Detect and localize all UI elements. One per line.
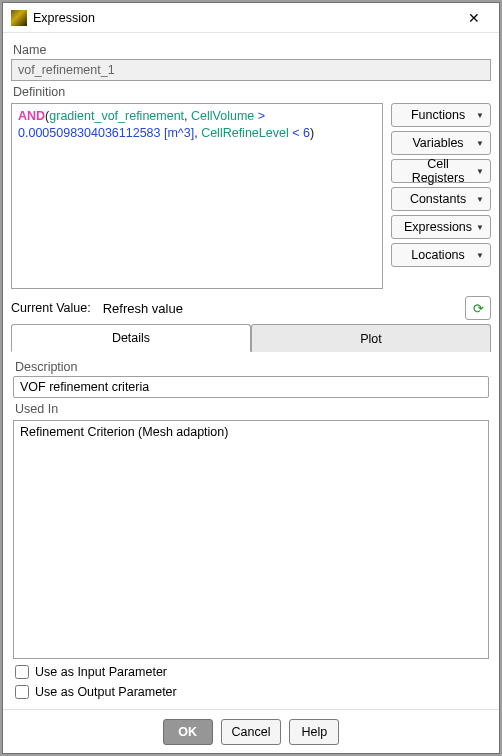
description-label: Description [15, 360, 489, 374]
tab-details-label: Details [112, 331, 150, 345]
expression-dialog: Expression ✕ Name Definition AND(gradien… [2, 2, 500, 754]
token-ident: gradient_vof_refinement [49, 109, 184, 123]
token-op: < [289, 126, 303, 140]
cell-registers-label: Cell Registers [400, 157, 476, 185]
window-title: Expression [33, 11, 457, 25]
used-in-label: Used In [15, 402, 489, 416]
token-op: > [254, 109, 265, 123]
expressions-dropdown[interactable]: Expressions ▼ [391, 215, 491, 239]
cancel-button[interactable]: Cancel [221, 719, 282, 745]
help-label: Help [302, 725, 328, 739]
constants-dropdown[interactable]: Constants ▼ [391, 187, 491, 211]
use-as-output-checkbox[interactable] [15, 685, 29, 699]
token-keyword: AND [18, 109, 45, 123]
dialog-footer: OK Cancel Help [3, 709, 499, 753]
locations-label: Locations [400, 248, 476, 262]
token-comma: , [184, 109, 191, 123]
description-field[interactable] [13, 376, 489, 398]
chevron-down-icon: ▼ [476, 251, 484, 260]
refresh-icon: ⟳ [473, 301, 484, 316]
cell-registers-dropdown[interactable]: Cell Registers ▼ [391, 159, 491, 183]
current-value-label: Current Value: [11, 301, 91, 315]
current-value-row: Current Value: Refresh value ⟳ [11, 295, 491, 321]
definition-row: AND(gradient_vof_refinement, CellVolume … [11, 103, 491, 289]
token-ident: CellVolume [191, 109, 254, 123]
use-as-output-row[interactable]: Use as Output Parameter [13, 685, 489, 699]
locations-dropdown[interactable]: Locations ▼ [391, 243, 491, 267]
ok-button[interactable]: OK [163, 719, 213, 745]
used-in-item: Refinement Criterion (Mesh adaption) [20, 425, 228, 439]
definition-editor[interactable]: AND(gradient_vof_refinement, CellVolume … [11, 103, 383, 289]
help-button[interactable]: Help [289, 719, 339, 745]
dialog-body: Name Definition AND(gradient_vof_refinem… [3, 33, 499, 709]
use-as-input-row[interactable]: Use as Input Parameter [13, 665, 489, 679]
name-label: Name [13, 43, 491, 57]
constants-label: Constants [400, 192, 476, 206]
tab-plot-label: Plot [360, 332, 382, 346]
use-as-input-label: Use as Input Parameter [35, 665, 167, 679]
token-paren: ) [310, 126, 314, 140]
cancel-label: Cancel [232, 725, 271, 739]
chevron-down-icon: ▼ [476, 111, 484, 120]
title-bar: Expression ✕ [3, 3, 499, 33]
name-field[interactable] [11, 59, 491, 81]
refresh-button[interactable]: ⟳ [465, 296, 491, 320]
variables-label: Variables [400, 136, 476, 150]
expressions-label: Expressions [400, 220, 476, 234]
token-number: 6 [303, 126, 310, 140]
use-as-input-checkbox[interactable] [15, 665, 29, 679]
functions-label: Functions [400, 108, 476, 122]
definition-side-buttons: Functions ▼ Variables ▼ Cell Registers ▼… [391, 103, 491, 289]
variables-dropdown[interactable]: Variables ▼ [391, 131, 491, 155]
tabs: Details Plot [11, 324, 491, 352]
definition-label: Definition [13, 85, 491, 99]
chevron-down-icon: ▼ [476, 167, 484, 176]
token-ident: CellRefineLevel [201, 126, 289, 140]
chevron-down-icon: ▼ [476, 223, 484, 232]
chevron-down-icon: ▼ [476, 195, 484, 204]
tab-details[interactable]: Details [11, 324, 251, 352]
ok-label: OK [178, 725, 197, 739]
chevron-down-icon: ▼ [476, 139, 484, 148]
token-number: 0.0005098304036112583 [m^3] [18, 126, 194, 140]
app-icon [11, 10, 27, 26]
close-icon: ✕ [468, 11, 480, 25]
functions-dropdown[interactable]: Functions ▼ [391, 103, 491, 127]
used-in-list[interactable]: Refinement Criterion (Mesh adaption) [13, 420, 489, 659]
current-value-text: Refresh value [103, 301, 183, 316]
tab-body-details: Description Used In Refinement Criterion… [11, 352, 491, 701]
tab-plot[interactable]: Plot [251, 324, 491, 352]
close-button[interactable]: ✕ [457, 4, 491, 32]
use-as-output-label: Use as Output Parameter [35, 685, 177, 699]
